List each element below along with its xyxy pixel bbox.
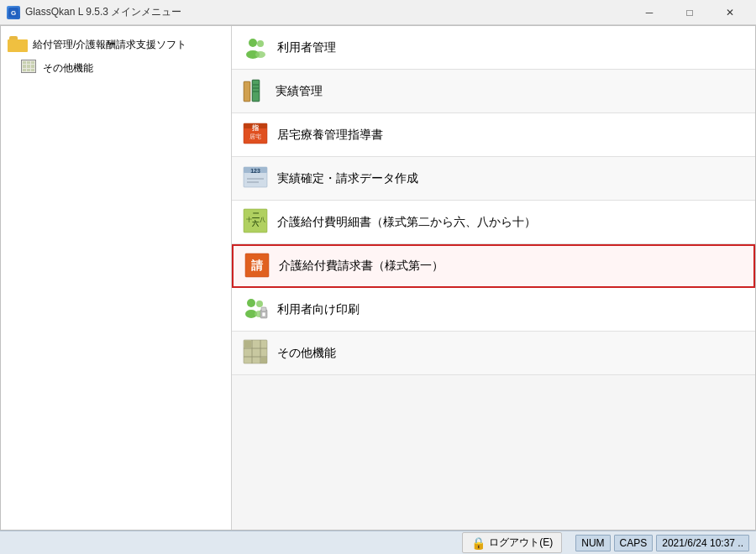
menu-item-kyotaku-label: 居宅療養管理指導書 <box>277 128 383 143</box>
menu-item-users[interactable]: 利用者管理 <box>232 26 755 70</box>
status-right: NUM CAPS 2021/6/24 10:37 .. <box>575 535 749 551</box>
tree-root-label: 給付管理/介護報酬請求支援ソフト <box>33 38 186 52</box>
svg-text:居宅: 居宅 <box>249 133 261 139</box>
svg-rect-35 <box>262 312 265 316</box>
svg-rect-7 <box>244 82 249 101</box>
svg-rect-34 <box>261 307 266 311</box>
menu-item-meisai-label: 介護給付費明細書（様式第二から六、八から十） <box>277 215 536 230</box>
menu-item-meisai[interactable]: 二 六 十 八 介護給付費明細書（様式第二から六、八から十） <box>232 201 755 244</box>
svg-rect-9 <box>253 81 259 101</box>
svg-text:八: 八 <box>260 217 265 223</box>
menu-item-sonota-label: その他機能 <box>277 346 336 361</box>
menu-item-seikyusho-label: 介護給付費請求書（様式第一） <box>279 259 444 274</box>
status-bar: 🔒 ログアウト(E) NUM CAPS 2021/6/24 10:37 .. <box>0 530 756 554</box>
svg-text:六: 六 <box>251 219 260 227</box>
svg-rect-42 <box>261 358 267 363</box>
grid-icon <box>21 60 38 76</box>
svg-point-4 <box>257 40 264 47</box>
menu-item-jisseki-label: 実績管理 <box>276 84 323 99</box>
menu-item-userprint-label: 利用者向け印刷 <box>277 302 360 317</box>
menu-item-jisseki[interactable]: 実績管理 <box>232 70 755 113</box>
title-bar-left: G GlassQkan L 9.5.3 メインメニュー <box>7 5 181 19</box>
svg-text:二: 二 <box>252 212 260 220</box>
tree-sub-label: その他機能 <box>43 61 93 76</box>
logout-button[interactable]: 🔒 ログアウト(E) <box>462 532 562 553</box>
seikyusho-icon: 請 <box>244 252 270 281</box>
tree-sub-item[interactable]: その他機能 <box>1 56 231 80</box>
datetime-display: 2021/6/24 10:37 .. <box>656 535 749 551</box>
svg-text:G: G <box>11 9 16 17</box>
svg-text:十: 十 <box>246 217 252 222</box>
minimize-button[interactable]: ─ <box>630 1 669 24</box>
menu-item-kyotaku[interactable]: 指 居宅 居宅療養管理指導書 <box>232 113 755 157</box>
menu-item-users-label: 利用者管理 <box>277 40 336 55</box>
svg-text:指: 指 <box>251 124 260 132</box>
menu-item-seikyusho[interactable]: 請 介護給付費請求書（様式第一） <box>232 244 755 288</box>
nums-icon: 123 <box>242 164 269 193</box>
main-container: 給付管理/介護報酬請求支援ソフト その他機能 <box>0 25 756 530</box>
folder-icon <box>8 36 28 53</box>
svg-text:請: 請 <box>251 259 264 272</box>
tree-root-item[interactable]: 給付管理/介護報酬請求支援ソフト <box>1 33 231 56</box>
menu-item-kakunin[interactable]: 123 実績確定・請求データ作成 <box>232 157 755 201</box>
title-bar-controls: ─ □ ✕ <box>630 1 749 24</box>
app-icon: G <box>7 6 20 19</box>
lock-icon: 🔒 <box>471 536 486 550</box>
maximize-button[interactable]: □ <box>670 1 709 24</box>
num-indicator: NUM <box>575 535 610 551</box>
sonota-icon <box>242 338 269 368</box>
userprint-icon <box>242 295 269 324</box>
menu-item-userprint[interactable]: 利用者向け印刷 <box>232 288 755 332</box>
logout-label: ログアウト(E) <box>489 536 553 550</box>
title-bar: G GlassQkan L 9.5.3 メインメニュー ─ □ ✕ <box>0 0 756 25</box>
right-panel: 利用者管理 実績管理 <box>232 26 755 530</box>
menu-item-kakunin-label: 実績確定・請求データ作成 <box>277 171 418 186</box>
svg-text:123: 123 <box>250 168 260 174</box>
window-title: GlassQkan L 9.5.3 メインメニュー <box>25 5 181 19</box>
svg-point-5 <box>255 51 265 58</box>
svg-point-31 <box>256 301 263 307</box>
svg-rect-41 <box>244 341 251 348</box>
svg-point-29 <box>247 299 255 307</box>
meisai-icon: 二 六 十 八 <box>242 207 269 237</box>
menu-item-sonota[interactable]: その他機能 <box>232 332 755 375</box>
caps-indicator: CAPS <box>614 535 654 551</box>
close-button[interactable]: ✕ <box>711 1 749 24</box>
books-icon <box>242 78 267 105</box>
kyotaku-icon: 指 居宅 <box>242 120 269 149</box>
left-panel: 給付管理/介護報酬請求支援ソフト その他機能 <box>1 26 232 530</box>
svg-point-2 <box>249 39 257 47</box>
users-icon <box>242 34 269 61</box>
